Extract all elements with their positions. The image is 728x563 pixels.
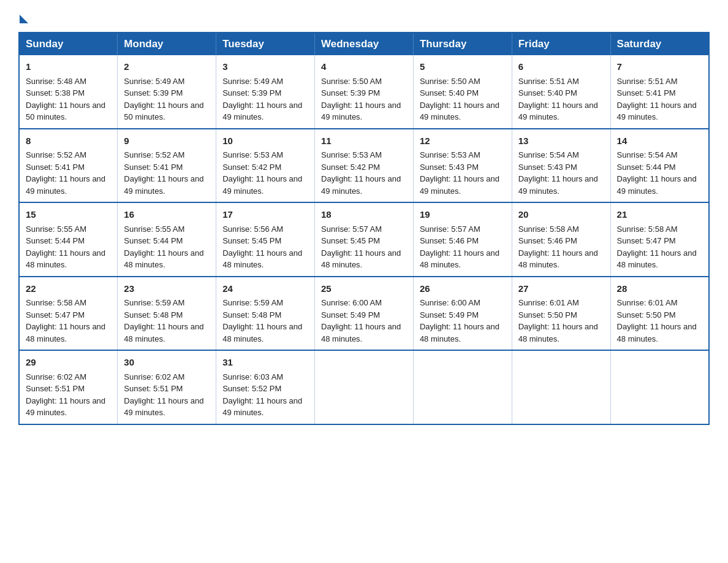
calendar-day: 12Sunrise: 5:53 AMSunset: 5:43 PMDayligh… (413, 129, 512, 203)
calendar-day: 29Sunrise: 6:02 AMSunset: 5:51 PMDayligh… (19, 350, 118, 424)
calendar-table: SundayMondayTuesdayWednesdayThursdayFrid… (18, 32, 710, 425)
day-number: 22 (26, 282, 111, 296)
sunset-info: Sunset: 5:44 PM (26, 236, 85, 245)
day-number: 14 (617, 134, 702, 148)
calendar-day: 10Sunrise: 5:53 AMSunset: 5:42 PMDayligh… (216, 129, 315, 203)
calendar-day: 22Sunrise: 5:58 AMSunset: 5:47 PMDayligh… (19, 277, 118, 351)
day-number: 3 (222, 60, 308, 74)
sunrise-info: Sunrise: 5:51 AM (617, 77, 678, 86)
day-number: 9 (124, 134, 210, 148)
day-number: 30 (124, 356, 210, 370)
day-number: 11 (321, 134, 407, 148)
day-number: 6 (518, 60, 604, 74)
day-number: 7 (617, 60, 702, 74)
sunrise-info: Sunrise: 5:57 AM (420, 224, 480, 234)
sunset-info: Sunset: 5:48 PM (124, 310, 183, 320)
calendar-day: 27Sunrise: 6:01 AMSunset: 5:50 PMDayligh… (512, 277, 610, 351)
daylight-info: Daylight: 11 hours and 48 minutes. (617, 322, 697, 343)
daylight-info: Daylight: 11 hours and 49 minutes. (124, 174, 203, 196)
daylight-info: Daylight: 11 hours and 49 minutes. (26, 174, 105, 196)
sunrise-info: Sunrise: 5:58 AM (26, 298, 86, 307)
day-number: 21 (617, 208, 702, 222)
weekday-header-saturday: Saturday (610, 33, 709, 55)
daylight-info: Daylight: 11 hours and 49 minutes. (26, 396, 105, 418)
daylight-info: Daylight: 11 hours and 48 minutes. (222, 322, 302, 343)
daylight-info: Daylight: 11 hours and 49 minutes. (518, 174, 598, 196)
calendar-week-3: 15Sunrise: 5:55 AMSunset: 5:44 PMDayligh… (19, 202, 709, 277)
day-number: 27 (518, 282, 604, 296)
day-number: 29 (26, 356, 111, 370)
calendar-day: 15Sunrise: 5:55 AMSunset: 5:44 PMDayligh… (19, 202, 118, 277)
calendar-day: 19Sunrise: 5:57 AMSunset: 5:46 PMDayligh… (413, 202, 512, 277)
sunset-info: Sunset: 5:42 PM (321, 163, 380, 172)
calendar-day: 9Sunrise: 5:52 AMSunset: 5:41 PMDaylight… (118, 129, 216, 203)
daylight-info: Daylight: 11 hours and 48 minutes. (124, 322, 203, 343)
sunrise-info: Sunrise: 5:54 AM (518, 150, 579, 159)
sunset-info: Sunset: 5:46 PM (420, 236, 479, 245)
calendar-day: 30Sunrise: 6:02 AMSunset: 5:51 PMDayligh… (118, 350, 216, 424)
sunrise-info: Sunrise: 6:02 AM (26, 372, 86, 381)
day-number: 23 (124, 282, 210, 296)
day-number: 18 (321, 208, 407, 222)
day-number: 13 (518, 134, 604, 148)
calendar-day: 18Sunrise: 5:57 AMSunset: 5:45 PMDayligh… (315, 202, 414, 277)
sunset-info: Sunset: 5:44 PM (124, 236, 183, 245)
calendar-day: 2Sunrise: 5:49 AMSunset: 5:39 PMDaylight… (118, 55, 216, 129)
day-number: 24 (222, 282, 308, 296)
sunrise-info: Sunrise: 5:58 AM (518, 224, 579, 234)
weekday-header-tuesday: Tuesday (216, 33, 315, 55)
daylight-info: Daylight: 11 hours and 48 minutes. (321, 322, 401, 343)
sunset-info: Sunset: 5:41 PM (124, 163, 183, 172)
calendar-day: 31Sunrise: 6:03 AMSunset: 5:52 PMDayligh… (216, 350, 315, 424)
calendar-day: 25Sunrise: 6:00 AMSunset: 5:49 PMDayligh… (315, 277, 414, 351)
daylight-info: Daylight: 11 hours and 49 minutes. (222, 396, 302, 418)
sunrise-info: Sunrise: 5:58 AM (617, 224, 678, 234)
sunrise-info: Sunrise: 5:55 AM (124, 224, 184, 234)
sunrise-info: Sunrise: 5:49 AM (124, 77, 184, 86)
sunset-info: Sunset: 5:51 PM (26, 384, 85, 393)
sunset-info: Sunset: 5:46 PM (518, 236, 577, 245)
sunset-info: Sunset: 5:50 PM (617, 310, 676, 320)
day-number: 8 (26, 134, 111, 148)
daylight-info: Daylight: 11 hours and 48 minutes. (124, 248, 203, 270)
daylight-info: Daylight: 11 hours and 48 minutes. (321, 248, 401, 270)
page-header (18, 12, 710, 21)
sunset-info: Sunset: 5:48 PM (222, 310, 281, 320)
daylight-info: Daylight: 11 hours and 49 minutes. (124, 396, 203, 418)
day-number: 16 (124, 208, 210, 222)
sunrise-info: Sunrise: 6:01 AM (617, 298, 678, 307)
sunrise-info: Sunrise: 5:49 AM (222, 77, 283, 86)
day-number: 28 (617, 282, 702, 296)
daylight-info: Daylight: 11 hours and 50 minutes. (26, 101, 105, 122)
sunrise-info: Sunrise: 5:53 AM (222, 150, 283, 159)
day-number: 4 (321, 60, 407, 74)
day-number: 1 (26, 60, 111, 74)
daylight-info: Daylight: 11 hours and 49 minutes. (222, 174, 302, 196)
sunset-info: Sunset: 5:50 PM (518, 310, 577, 320)
sunrise-info: Sunrise: 6:02 AM (124, 372, 184, 381)
calendar-day: 3Sunrise: 5:49 AMSunset: 5:39 PMDaylight… (216, 55, 315, 129)
sunset-info: Sunset: 5:40 PM (420, 88, 479, 98)
sunset-info: Sunset: 5:39 PM (222, 88, 281, 98)
day-number: 17 (222, 208, 308, 222)
weekday-header-friday: Friday (512, 33, 610, 55)
calendar-day: 8Sunrise: 5:52 AMSunset: 5:41 PMDaylight… (19, 129, 118, 203)
day-number: 26 (420, 282, 506, 296)
day-number: 2 (124, 60, 210, 74)
calendar-day: 21Sunrise: 5:58 AMSunset: 5:47 PMDayligh… (610, 202, 709, 277)
sunset-info: Sunset: 5:49 PM (420, 310, 479, 320)
day-number: 20 (518, 208, 604, 222)
sunset-info: Sunset: 5:40 PM (518, 88, 577, 98)
day-number: 15 (26, 208, 111, 222)
day-number: 25 (321, 282, 407, 296)
calendar-day: 1Sunrise: 5:48 AMSunset: 5:38 PMDaylight… (19, 55, 118, 129)
sunrise-info: Sunrise: 5:55 AM (26, 224, 86, 234)
sunrise-info: Sunrise: 6:01 AM (518, 298, 579, 307)
sunset-info: Sunset: 5:45 PM (222, 236, 281, 245)
calendar-day: 16Sunrise: 5:55 AMSunset: 5:44 PMDayligh… (118, 202, 216, 277)
sunrise-info: Sunrise: 6:00 AM (420, 298, 480, 307)
sunset-info: Sunset: 5:39 PM (321, 88, 380, 98)
calendar-day: 24Sunrise: 5:59 AMSunset: 5:48 PMDayligh… (216, 277, 315, 351)
day-number: 12 (420, 134, 506, 148)
calendar-day: 28Sunrise: 6:01 AMSunset: 5:50 PMDayligh… (610, 277, 709, 351)
